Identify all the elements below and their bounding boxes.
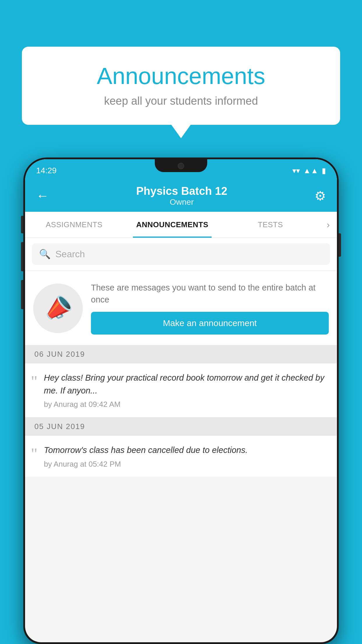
quote-icon-2: "	[31, 446, 37, 469]
notch	[155, 159, 207, 172]
app-bar-title: Physics Batch 12	[49, 185, 314, 197]
message-meta-2: by Anurag at 05:42 PM	[44, 460, 247, 469]
date-divider-1: 06 JUN 2019	[25, 345, 337, 363]
message-text-2: Tomorrow's class has been cancelled due …	[44, 444, 247, 457]
tab-assignments[interactable]: ASSIGNMENTS	[25, 212, 123, 238]
bubble-title: Announcements	[39, 63, 323, 90]
date-divider-2: 05 JUN 2019	[25, 417, 337, 436]
phone-screen: 14:29 ▾▾ ▲▲ ▮ ← Physics Batch 12 Owner ⚙…	[25, 159, 337, 642]
power-button	[339, 233, 341, 257]
tab-tests[interactable]: TESTS	[221, 212, 319, 238]
message-text-1: Hey class! Bring your practical record b…	[44, 372, 329, 397]
camera	[178, 163, 184, 169]
wifi-icon: ▾▾	[292, 166, 300, 175]
app-bar-subtitle: Owner	[49, 197, 314, 207]
settings-icon[interactable]: ⚙	[314, 188, 326, 203]
silent-button	[21, 280, 23, 309]
search-container: 🔍 Search	[25, 238, 337, 270]
search-icon: 🔍	[39, 249, 51, 260]
speech-bubble: Announcements keep all your students inf…	[22, 47, 340, 125]
battery-icon: ▮	[322, 166, 326, 175]
tab-bar: ASSIGNMENTS ANNOUNCEMENTS TESTS ›	[25, 212, 337, 238]
quote-icon-1: "	[31, 373, 37, 409]
search-input[interactable]: Search	[55, 249, 85, 260]
app-bar: ← Physics Batch 12 Owner ⚙	[25, 180, 337, 212]
message-item-1[interactable]: " Hey class! Bring your practical record…	[25, 363, 337, 417]
message-item-2[interactable]: " Tomorrow's class has been cancelled du…	[25, 436, 337, 477]
message-meta-1: by Anurag at 09:42 AM	[44, 400, 329, 409]
volume-down-button	[21, 242, 23, 271]
announcement-prompt-card: 📣 These are messages you want to send to…	[25, 271, 337, 345]
search-bar[interactable]: 🔍 Search	[32, 243, 330, 265]
megaphone-icon: 📣	[40, 290, 76, 326]
tabs-more[interactable]: ›	[319, 219, 337, 230]
status-time: 14:29	[36, 166, 57, 175]
status-icons: ▾▾ ▲▲ ▮	[292, 166, 326, 175]
back-button[interactable]: ←	[36, 188, 49, 203]
megaphone-circle: 📣	[33, 284, 83, 333]
message-content-2: Tomorrow's class has been cancelled due …	[44, 444, 247, 469]
announcement-description: These are messages you want to send to t…	[91, 282, 329, 305]
message-content-1: Hey class! Bring your practical record b…	[44, 372, 329, 409]
tab-announcements[interactable]: ANNOUNCEMENTS	[123, 212, 222, 238]
app-bar-title-group: Physics Batch 12 Owner	[49, 185, 314, 207]
signal-icon: ▲▲	[303, 166, 318, 175]
phone-frame: 14:29 ▾▾ ▲▲ ▮ ← Physics Batch 12 Owner ⚙…	[23, 158, 339, 644]
volume-up-button	[21, 216, 23, 233]
make-announcement-button[interactable]: Make an announcement	[91, 312, 329, 335]
bubble-subtitle: keep all your students informed	[39, 95, 323, 107]
announcement-info: These are messages you want to send to t…	[91, 282, 329, 335]
